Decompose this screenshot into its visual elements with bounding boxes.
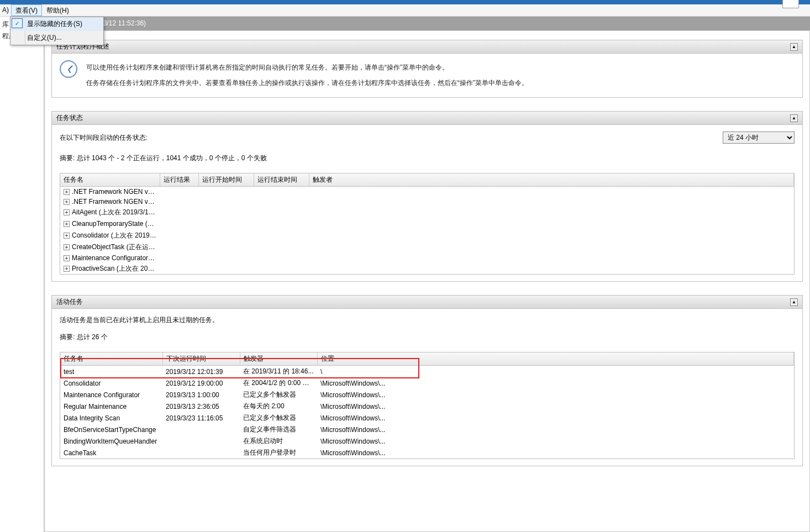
overview-header[interactable]: 任务计划程序概述 ▲ (52, 40, 802, 54)
column-header[interactable]: 任务名 (60, 173, 160, 187)
status-title: 任务状态 (56, 113, 83, 123)
table-row[interactable]: +.NET Framework NGEN v4.0.... (60, 187, 794, 197)
table-row[interactable]: Maintenance Configurator2019/3/13 1:00:0… (60, 389, 794, 401)
check-icon: ✓ (12, 18, 23, 28)
table-row[interactable]: +CreateObjectTask (正在运行) (60, 241, 794, 253)
column-header[interactable]: 下次运行时间 (162, 352, 240, 366)
collapse-icon[interactable]: ▲ (790, 43, 798, 51)
overview-p2: 任务存储在任务计划程序库的文件夹中。若要查看单独任务上的操作或执行该操作，请在任… (86, 76, 795, 91)
status-table: 任务名运行结果运行开始时间运行结束时间触发者 (60, 173, 794, 187)
status-header[interactable]: 任务状态 ▲ (52, 112, 802, 125)
table-row[interactable]: test2019/3/12 12:01:39在 2019/3/11 的 18:4… (60, 366, 794, 377)
expand-icon[interactable]: + (64, 244, 70, 250)
expand-icon[interactable]: + (64, 266, 70, 272)
active-desc: 活动任务是当前已在此计算机上启用且未过期的任务。 (60, 315, 795, 325)
table-row[interactable]: Regular Maintenance2019/3/13 2:36:05在每天的… (60, 401, 794, 412)
period-select[interactable]: 近 24 小时 (723, 131, 795, 144)
table-row[interactable]: +ProactiveScan (上次在 2019/... (60, 263, 794, 274)
expand-icon[interactable]: + (64, 199, 70, 205)
table-row[interactable]: +AitAgent (上次在 2019/3/12 4... (60, 207, 794, 218)
column-header[interactable]: 运行开始时间 (198, 173, 254, 187)
table-row[interactable]: Consolidator2019/3/12 19:00:00在 2004/1/2… (60, 377, 794, 389)
column-header[interactable]: 任务名 (60, 352, 162, 366)
table-row[interactable]: CacheTask当任何用户登录时\Microsoft\Windows\... (60, 447, 794, 459)
collapse-icon[interactable]: ▲ (790, 114, 798, 122)
table-row[interactable]: BindingWorkItemQueueHandler在系统启动时\Micros… (60, 435, 794, 447)
refresh-time-bar: 次刷新时间: 2019/3/12 11:52:36) (44, 17, 810, 30)
overview-p1: 可以使用任务计划程序来创建和管理计算机将在所指定的时间自动执行的常见任务。若要开… (86, 60, 795, 76)
active-table-scroll[interactable]: test2019/3/12 12:01:39在 2019/3/11 的 18:4… (60, 366, 794, 459)
status-panel: 任务状态 ▲ 在以下时间段启动的任务状态: 近 24 小时 摘要: 总计 104… (51, 111, 803, 282)
menu-help[interactable]: 帮助(H) (42, 4, 73, 16)
table-row[interactable]: +Consolidator (上次在 2019/3... (60, 230, 794, 241)
expand-icon[interactable]: + (64, 255, 70, 261)
menu-frag: A) (0, 4, 11, 16)
collapse-icon[interactable]: ▲ (790, 298, 798, 306)
dd-custom[interactable]: 自定义(U)... (10, 31, 103, 45)
menu-bar: A) 查看(V) 帮助(H) (0, 4, 810, 17)
table-row[interactable]: +Maintenance Configurator (... (60, 253, 794, 263)
column-header[interactable]: 触发器 (240, 352, 317, 366)
column-header[interactable]: 运行结束时间 (254, 173, 309, 187)
table-row[interactable]: BfeOnServiceStartTypeChange自定义事件筛选器\Micr… (60, 424, 794, 435)
active-header[interactable]: 活动任务 ▲ (52, 296, 802, 309)
dd-show-hidden[interactable]: ✓ 显示隐藏的任务(S) (10, 17, 103, 31)
main-scroll[interactable]: 任务计划程序概述 ▲ 可以使用任务计划程序来创建和管理计算机将在所指定的时间自动… (44, 30, 810, 532)
table-row[interactable]: Data Integrity Scan2019/3/23 11:16:05已定义… (60, 412, 794, 424)
expand-icon[interactable]: + (64, 209, 70, 215)
status-label: 在以下时间段启动的任务状态: (60, 133, 148, 143)
view-dropdown: ✓ 显示隐藏的任务(S) 自定义(U)... (10, 17, 104, 45)
column-header[interactable]: 位置 (317, 352, 794, 366)
title-bar (0, 0, 810, 4)
active-summary: 摘要: 总计 26 个 (60, 333, 795, 342)
overview-panel: 任务计划程序概述 ▲ 可以使用任务计划程序来创建和管理计算机将在所指定的时间自动… (51, 40, 803, 98)
active-table: 任务名下次运行时间触发器位置 (60, 352, 794, 366)
expand-icon[interactable]: + (64, 221, 70, 227)
active-title: 活动任务 (56, 297, 83, 307)
column-header[interactable]: 触发者 (309, 173, 794, 187)
left-sidebar: 库 (本 程序库 (0, 17, 44, 532)
active-panel: 活动任务 ▲ 活动任务是当前已在此计算机上启用且未过期的任务。 摘要: 总计 2… (51, 295, 803, 466)
table-row[interactable]: +CleanupTemporaryState (上... (60, 218, 794, 230)
expand-icon[interactable]: + (64, 233, 70, 239)
menu-view[interactable]: 查看(V) (11, 4, 42, 16)
dd-custom-label: 自定义(U)... (27, 33, 62, 43)
table-row[interactable]: +.NET Framework NGEN v4.0.... (60, 197, 794, 207)
expand-icon[interactable]: + (64, 189, 70, 195)
clock-icon (60, 60, 77, 78)
column-header[interactable]: 运行结果 (160, 173, 198, 187)
dd-show-hidden-label: 显示隐藏的任务(S) (27, 19, 82, 29)
status-table-scroll[interactable]: +.NET Framework NGEN v4.0....+.NET Frame… (60, 187, 794, 274)
status-summary: 摘要: 总计 1043 个 - 2 个正在运行，1041 个成功，0 个停止，0… (60, 154, 795, 163)
